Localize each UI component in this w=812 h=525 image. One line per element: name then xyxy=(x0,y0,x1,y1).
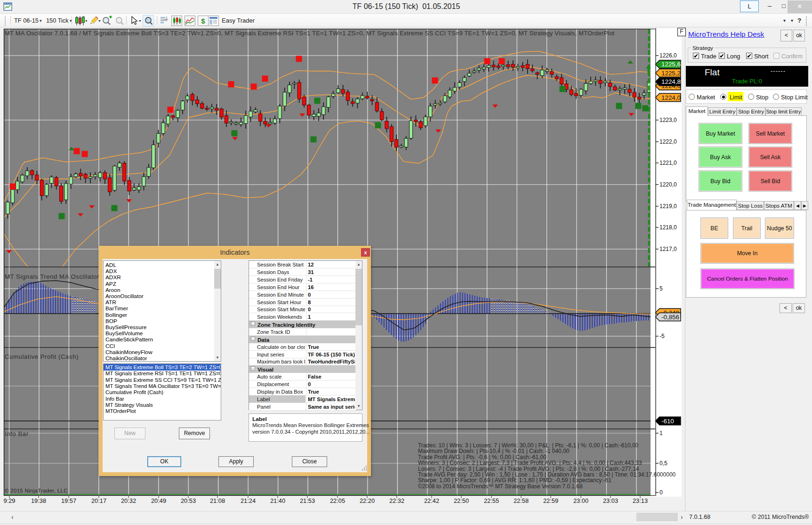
svg-text:22:32: 22:32 xyxy=(389,497,404,504)
svg-text:22:05: 22:05 xyxy=(330,497,345,504)
svg-text:0: 0 xyxy=(659,489,663,496)
svg-text:1221,0: 1221,0 xyxy=(659,160,677,166)
svg-text:1225,6: 1225,6 xyxy=(661,61,681,68)
svg-text:1224,0: 1224,0 xyxy=(661,94,681,101)
svg-text:MT MA Oscillator 7.0.1.68 / MT: MT MA Oscillator 7.0.1.68 / MT Signals E… xyxy=(5,30,615,37)
svg-text:23:13: 23:13 xyxy=(633,497,648,504)
svg-text:19:57: 19:57 xyxy=(61,497,76,504)
svg-text:1224,8: 1224,8 xyxy=(661,78,681,85)
svg-text:$: $ xyxy=(201,17,205,25)
svg-text:1226,0: 1226,0 xyxy=(659,52,677,59)
svg-text:1225,2: 1225,2 xyxy=(661,70,681,77)
svg-text:1222,0: 1222,0 xyxy=(659,138,677,145)
svg-text:21:24: 21:24 xyxy=(241,497,256,504)
svg-text:23:03: 23:03 xyxy=(603,497,618,504)
svg-text:Info Bar: Info Bar xyxy=(5,430,29,437)
svg-text:20:32: 20:32 xyxy=(121,497,136,504)
svg-text:21:08: 21:08 xyxy=(210,497,225,504)
svg-text:5: 5 xyxy=(659,285,663,292)
svg-text:22:42: 22:42 xyxy=(424,497,439,504)
svg-text:23:00: 23:00 xyxy=(573,497,588,504)
svg-text:MT Signals Trend MA Oscillator: MT Signals Trend MA Oscillator T xyxy=(5,273,105,280)
svg-text:1218,0: 1218,0 xyxy=(659,224,677,231)
svg-text:9:29: 9:29 xyxy=(4,497,16,504)
svg-text:22:58: 22:58 xyxy=(514,497,529,504)
svg-text:-610: -610 xyxy=(661,418,674,425)
svg-text:1: 1 xyxy=(659,430,663,436)
svg-text:20:17: 20:17 xyxy=(91,497,106,504)
svg-text:20:53: 20:53 xyxy=(181,497,196,504)
svg-text:22:55: 22:55 xyxy=(484,497,499,504)
svg-text:20:49: 20:49 xyxy=(151,497,166,504)
svg-text:0,5: 0,5 xyxy=(659,460,667,467)
svg-text:© 2015 NinjaTrader, LLC: © 2015 NinjaTrader, LLC xyxy=(5,488,68,493)
svg-text:Cumulative Profit (Cash): Cumulative Profit (Cash) xyxy=(5,353,79,360)
svg-text:22:59: 22:59 xyxy=(543,497,558,504)
svg-text:1217,0: 1217,0 xyxy=(659,246,677,252)
svg-text:©2008 to 2014 MicroTrends™ MT: ©2008 to 2014 MicroTrends™ MT Strategy B… xyxy=(418,483,583,490)
svg-text:22:20: 22:20 xyxy=(360,497,375,504)
svg-text:22:50: 22:50 xyxy=(454,497,469,504)
svg-text:19:38: 19:38 xyxy=(31,497,46,504)
svg-text:21:53: 21:53 xyxy=(300,497,315,504)
svg-text:-0,856: -0,856 xyxy=(661,314,679,321)
svg-text:1223,0: 1223,0 xyxy=(659,117,677,123)
svg-text:-5: -5 xyxy=(659,333,665,339)
svg-text:1220,0: 1220,0 xyxy=(659,181,677,188)
svg-text:21:40: 21:40 xyxy=(270,497,285,504)
svg-text:1219,0: 1219,0 xyxy=(659,203,677,210)
